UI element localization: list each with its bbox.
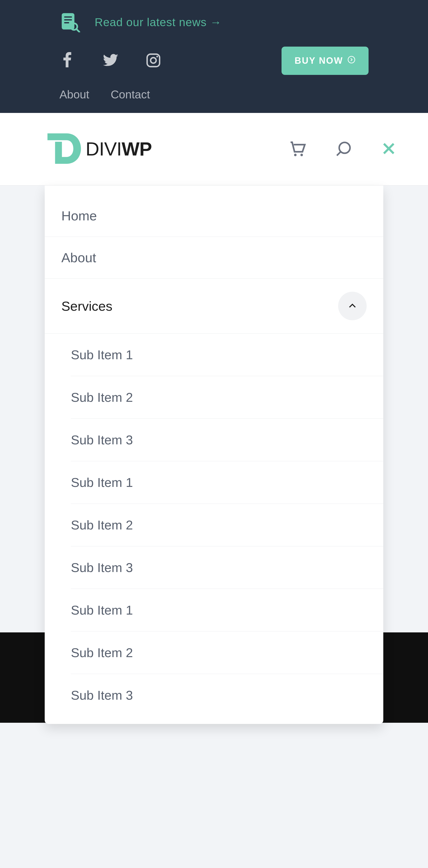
submenu-item[interactable]: Sub Item 2 xyxy=(71,504,383,546)
topbar-inner: Read our latest news → xyxy=(29,0,399,111)
svg-line-13 xyxy=(337,152,341,155)
cart-icon[interactable] xyxy=(288,139,307,159)
news-row: Read our latest news → xyxy=(59,12,369,32)
menu-item-services[interactable]: Services xyxy=(45,279,383,334)
logo-text-bold: WP xyxy=(122,138,152,159)
buy-now-button[interactable]: BUY NOW xyxy=(281,46,369,75)
svg-rect-1 xyxy=(64,17,72,18)
social-row: BUY NOW xyxy=(59,46,369,75)
svg-point-9 xyxy=(348,56,355,63)
svg-rect-0 xyxy=(62,13,74,29)
news-link[interactable]: Read our latest news → xyxy=(95,16,222,29)
mobile-menu: Home About Services Sub Item 1 Sub Item … xyxy=(45,185,383,724)
menu-item-home[interactable]: Home xyxy=(45,185,383,237)
menu-item-label: Services xyxy=(61,298,113,314)
submenu-item[interactable]: Sub Item 1 xyxy=(71,334,383,376)
social-icons xyxy=(59,52,162,70)
svg-point-12 xyxy=(339,143,350,153)
collapse-toggle[interactable] xyxy=(338,292,367,320)
circle-arrow-icon xyxy=(347,56,356,66)
svg-rect-2 xyxy=(64,19,72,21)
submenu-item[interactable]: Sub Item 1 xyxy=(71,589,383,631)
submenu-item[interactable]: Sub Item 3 xyxy=(71,546,383,589)
submenu-services: Sub Item 1 Sub Item 2 Sub Item 3 Sub Ite… xyxy=(45,334,383,707)
instagram-icon[interactable] xyxy=(145,52,162,70)
menu-item-label: About xyxy=(61,250,96,265)
svg-rect-3 xyxy=(64,22,69,23)
svg-point-10 xyxy=(294,154,297,156)
topbar-link-about[interactable]: About xyxy=(59,88,89,101)
logo-text-light: DIVI xyxy=(86,138,122,159)
close-icon[interactable] xyxy=(380,140,397,158)
submenu-item[interactable]: Sub Item 1 xyxy=(71,461,383,504)
facebook-icon[interactable] xyxy=(59,52,76,70)
buy-now-label: BUY NOW xyxy=(295,56,343,66)
svg-point-8 xyxy=(156,56,158,57)
document-search-icon xyxy=(59,12,80,32)
topbar-link-contact[interactable]: Contact xyxy=(111,88,150,101)
submenu-item[interactable]: Sub Item 2 xyxy=(71,376,383,418)
topbar-links: About Contact xyxy=(59,88,369,101)
logo-text: DIVIWP xyxy=(86,138,152,160)
menu-area: Home About Services Sub Item 1 Sub Item … xyxy=(0,185,428,723)
search-icon[interactable] xyxy=(335,139,353,159)
submenu-item[interactable]: Sub Item 3 xyxy=(71,674,383,707)
twitter-icon[interactable] xyxy=(102,52,119,70)
submenu-item[interactable]: Sub Item 2 xyxy=(71,631,383,674)
header-icons xyxy=(288,139,397,159)
menu-item-label: Home xyxy=(61,208,97,223)
header: DIVIWP xyxy=(0,113,428,185)
menu-item-about[interactable]: About xyxy=(45,237,383,279)
svg-line-5 xyxy=(77,29,80,32)
submenu-item[interactable]: Sub Item 3 xyxy=(71,418,383,461)
logo-mark-icon xyxy=(45,130,83,168)
chevron-up-icon xyxy=(347,301,357,311)
svg-point-7 xyxy=(151,58,156,63)
svg-point-11 xyxy=(300,154,303,156)
topbar: Read our latest news → xyxy=(0,0,428,113)
logo[interactable]: DIVIWP xyxy=(45,130,152,168)
